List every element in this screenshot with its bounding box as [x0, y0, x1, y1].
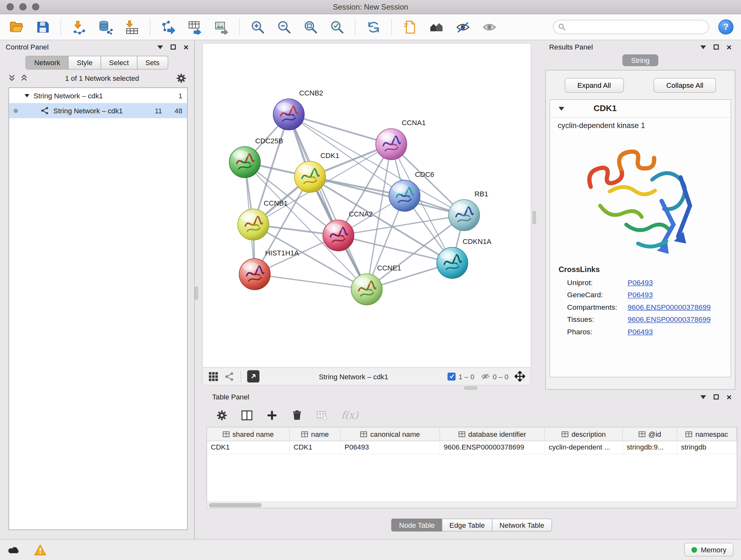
float-panel-icon[interactable] — [700, 395, 706, 399]
annotation-button[interactable] — [401, 18, 418, 36]
column-header-canonical-name[interactable]: canonical name — [341, 428, 440, 441]
zoom-out-button[interactable] — [275, 18, 292, 36]
cell-id[interactable]: stringdb:9... — [623, 441, 677, 454]
network-row[interactable]: String Network – cdk1 11 48 — [9, 103, 187, 118]
collapse-all-button[interactable]: Collapse All — [654, 78, 716, 92]
table-row[interactable]: CDK1 CDK1 P06493 9606.ENSP00000378699 cy… — [207, 441, 737, 454]
collapse-collection-icon[interactable] — [24, 94, 29, 97]
cell-description[interactable]: cyclin-dependent ... — [545, 441, 623, 454]
memory-button[interactable]: Memory — [684, 543, 733, 557]
network-edge[interactable] — [289, 114, 391, 144]
crosslink-link[interactable]: P06493 — [628, 327, 653, 336]
export-image-button[interactable] — [212, 18, 229, 36]
crosslink-link[interactable]: 9606.ENSP00000378699 — [628, 315, 711, 324]
float-panel-icon[interactable] — [700, 45, 706, 49]
show-columns-icon[interactable] — [241, 409, 253, 421]
left-splitter-handle[interactable] — [195, 287, 198, 300]
collapse-all-networks-icon[interactable] — [8, 74, 16, 82]
expand-all-button[interactable]: Expand All — [564, 78, 623, 92]
column-header-description[interactable]: description — [545, 428, 623, 441]
float-panel-icon[interactable] — [158, 45, 163, 49]
import-table-file-button[interactable] — [124, 18, 140, 36]
import-network-database-button[interactable] — [97, 18, 114, 36]
hide-selected-button[interactable] — [454, 18, 471, 36]
save-session-button[interactable] — [34, 18, 51, 36]
cell-shared-name[interactable]: CDK1 — [207, 441, 290, 454]
network-collection-row[interactable]: String Network – cdk1 1 — [9, 88, 187, 103]
selected-checkbox-icon[interactable] — [448, 372, 456, 380]
network-edge[interactable] — [255, 274, 367, 289]
grid-view-icon[interactable] — [208, 371, 218, 381]
cell-database-identifier[interactable]: 9606.ENSP00000378699 — [440, 441, 545, 454]
table-settings-gear-icon[interactable] — [216, 409, 228, 421]
bottom-splitter-handle[interactable] — [464, 386, 477, 389]
column-header-id[interactable]: @id — [623, 428, 677, 441]
column-header-shared-name[interactable]: shared name — [207, 428, 290, 441]
zoom-window-button[interactable] — [32, 3, 39, 10]
cell-name[interactable]: CDK1 — [290, 441, 341, 454]
tab-sets[interactable]: Sets — [137, 56, 168, 70]
maximize-panel-icon[interactable] — [171, 44, 176, 50]
tab-network-table[interactable]: Network Table — [492, 519, 552, 532]
open-session-button[interactable] — [8, 18, 24, 36]
tab-style[interactable]: Style — [68, 56, 101, 70]
close-panel-icon[interactable]: × — [727, 43, 732, 51]
crosslink-link[interactable]: 9606.ENSP00000378699 — [628, 303, 711, 312]
network-node-cdkn1a[interactable]: CDKN1A — [436, 238, 491, 278]
network-node-hist1h1a[interactable]: HIST1H1A — [239, 249, 299, 290]
right-splitter-handle[interactable] — [533, 211, 536, 224]
tab-edge-table[interactable]: Edge Table — [442, 519, 492, 532]
tab-select[interactable]: Select — [100, 56, 137, 70]
tab-network[interactable]: Network — [26, 56, 69, 70]
search-input[interactable] — [569, 23, 704, 31]
scrollbar-thumb[interactable] — [209, 503, 262, 507]
zoom-fit-button[interactable] — [302, 18, 319, 36]
column-header-namespace[interactable]: namespac — [677, 428, 737, 441]
horizontal-scrollbar[interactable] — [207, 502, 737, 508]
export-table-button[interactable] — [186, 18, 203, 36]
column-header-name[interactable]: name — [290, 428, 341, 441]
tab-node-table[interactable]: Node Table — [392, 519, 442, 532]
birdseye-view-button[interactable] — [247, 370, 260, 383]
network-edge[interactable] — [310, 177, 464, 215]
close-panel-icon[interactable]: × — [184, 43, 189, 51]
network-node-rb1[interactable]: RB1 — [448, 190, 488, 231]
expand-all-networks-icon[interactable] — [20, 74, 28, 82]
cloud-icon[interactable] — [8, 544, 22, 556]
show-all-button[interactable] — [481, 18, 497, 36]
gear-icon[interactable] — [176, 72, 187, 83]
cell-namespace[interactable]: stringdb — [677, 441, 737, 454]
zoom-selected-button[interactable] — [328, 18, 345, 36]
protein-section-header[interactable]: CDK1 — [550, 100, 731, 118]
close-panel-icon[interactable]: × — [727, 393, 732, 401]
minimize-window-button[interactable] — [19, 3, 26, 10]
crosslink-link[interactable]: P06493 — [628, 278, 653, 287]
import-network-file-button[interactable] — [71, 18, 87, 36]
help-button[interactable]: ? — [718, 19, 733, 35]
hidden-eye-icon[interactable] — [481, 372, 490, 381]
network-node-ccna1[interactable]: CCNA1 — [376, 119, 426, 160]
home-view-button[interactable] — [428, 18, 445, 36]
pan-crosshair-icon[interactable] — [515, 371, 525, 382]
network-edge[interactable] — [289, 114, 367, 289]
network-canvas[interactable]: CCNB2CCNA1CDC25BCDK1CDC6RB1CCNB1CCNA2CDK… — [203, 44, 531, 367]
maximize-panel-icon[interactable] — [714, 44, 719, 50]
crosslink-link[interactable]: P06493 — [628, 291, 653, 300]
cell-canonical-name[interactable]: P06493 — [341, 441, 440, 454]
network-node-ccnb2[interactable]: CCNB2 — [273, 89, 323, 130]
close-window-button[interactable] — [7, 3, 14, 10]
tab-string[interactable]: String — [623, 54, 658, 66]
network-node-cdk1[interactable]: CDK1 — [294, 152, 340, 192]
export-network-button[interactable] — [160, 18, 177, 36]
add-column-icon[interactable] — [266, 409, 278, 421]
search-box[interactable] — [553, 20, 709, 34]
refresh-view-button[interactable] — [365, 18, 382, 36]
network-view-icon[interactable] — [224, 371, 234, 381]
delete-column-icon[interactable] — [291, 409, 303, 421]
column-header-database-identifier[interactable]: database identifier — [440, 428, 545, 441]
network-node-ccnb1[interactable]: CCNB1 — [238, 199, 288, 240]
maximize-panel-icon[interactable] — [714, 394, 719, 399]
collapse-section-icon[interactable] — [558, 107, 564, 111]
warning-icon[interactable] — [34, 544, 47, 556]
zoom-in-button[interactable] — [249, 18, 266, 36]
